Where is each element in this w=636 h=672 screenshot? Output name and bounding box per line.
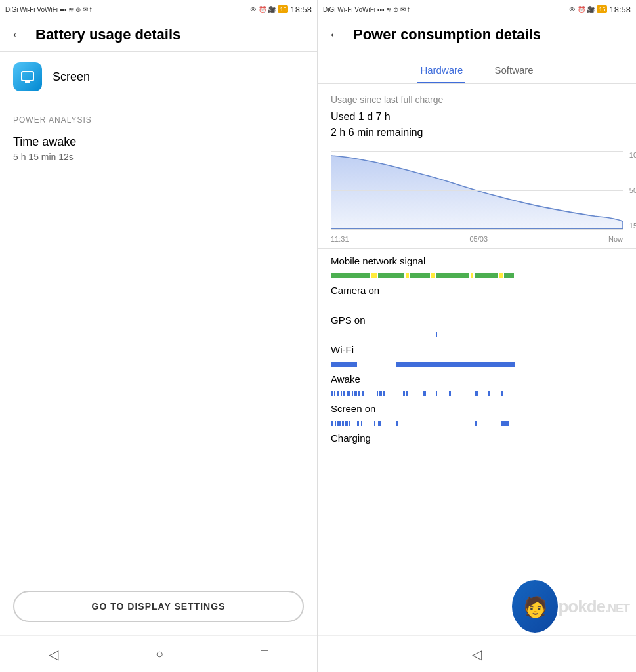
svg-rect-46: [374, 421, 375, 426]
hw-label-awake: Awake: [331, 373, 623, 385]
right-status-right: 👁 ⏰ 🎥 15 18:58: [569, 5, 631, 14]
svg-rect-8: [431, 273, 435, 278]
svg-rect-25: [358, 391, 360, 396]
screen-item: Screen: [0, 52, 317, 102]
hw-label-charging: Charging: [331, 432, 623, 444]
svg-rect-43: [349, 421, 350, 426]
svg-rect-36: [488, 391, 490, 396]
left-back-button[interactable]: ←: [11, 26, 25, 43]
gridline-top: [331, 151, 623, 152]
hw-label-gps: GPS on: [331, 314, 623, 326]
svg-rect-48: [396, 421, 398, 426]
right-back-button[interactable]: ←: [328, 26, 343, 43]
svg-rect-35: [475, 391, 478, 396]
right-misc-icons: 👁 ⏰ 🎥: [569, 6, 595, 13]
screen-on-bars: [331, 421, 623, 426]
nav-recents-icon[interactable]: □: [261, 646, 268, 662]
chart-y-labels: 100% 50% 15%: [629, 151, 636, 230]
y-label-15: 15%: [629, 222, 636, 230]
chart-x-labels: 11:31 05/03 Now: [318, 232, 636, 243]
left-nav-bar: ◁ ○ □: [0, 635, 317, 672]
awake-bars: [331, 391, 623, 396]
usage-remaining: 2 h 6 min remaining: [331, 125, 623, 140]
watermark-text: pokde.NET: [558, 597, 629, 617]
spacer: [0, 175, 317, 578]
tab-hardware[interactable]: Hardware: [417, 59, 465, 83]
status-left: DiGi Wi-Fi VoWiFi ▪▪▪ ≋ ⊙ ✉ f: [5, 6, 92, 13]
svg-rect-38: [331, 421, 333, 426]
hw-item-mobile-signal: Mobile network signal: [318, 249, 636, 278]
svg-rect-11: [475, 273, 498, 278]
gridline-mid: [331, 190, 623, 191]
screen-icon: [13, 62, 42, 91]
svg-rect-22: [347, 391, 350, 396]
x-label-end: Now: [608, 235, 623, 243]
mobile-signal-bars: [331, 273, 623, 278]
svg-rect-10: [471, 273, 473, 278]
power-analysis-header: POWER ANALYSIS: [0, 102, 317, 130]
hw-item-charging: Charging: [318, 426, 636, 455]
watermark-face: 🧑: [523, 595, 547, 618]
svg-rect-27: [377, 391, 378, 396]
left-status-bar: DiGi Wi-Fi VoWiFi ▪▪▪ ≋ ⊙ ✉ f 👁 ⏰ 🎥 15 1…: [0, 0, 317, 18]
svg-rect-14: [436, 332, 437, 337]
svg-rect-42: [345, 421, 348, 426]
svg-rect-24: [354, 391, 357, 396]
usage-used-time: Used 1 d 7 h: [331, 109, 623, 125]
nav-back-icon[interactable]: ◁: [49, 646, 58, 662]
svg-rect-20: [341, 391, 342, 396]
signal-icons: ▪▪▪ ≋ ⊙ ✉ f: [60, 6, 92, 13]
time-awake-title: Time awake: [13, 135, 304, 149]
left-page-header: ← Battery usage details: [0, 18, 317, 51]
right-battery-indicator: 15: [597, 5, 607, 13]
hw-label-wifi: Wi-Fi: [331, 344, 623, 355]
hw-bar-wifi: [331, 358, 623, 363]
svg-rect-16: [396, 362, 515, 367]
gps-bars: [331, 332, 623, 337]
svg-rect-40: [337, 421, 341, 426]
right-status-bar: DiGi Wi-Fi VoWiFi ▪▪▪ ≋ ⊙ ✉ f 👁 ⏰ 🎥 15 1…: [318, 0, 636, 18]
usage-section: Usage since last full charge Used 1 d 7 …: [318, 84, 636, 146]
tab-software[interactable]: Software: [492, 59, 536, 83]
battery-chart: 100% 50% 15%: [331, 151, 623, 230]
svg-rect-29: [383, 391, 385, 396]
svg-rect-50: [501, 421, 509, 426]
hw-bar-mobile-signal: [331, 269, 623, 274]
status-right: 👁 ⏰ 🎥 15 18:58: [250, 5, 312, 14]
svg-rect-23: [352, 391, 353, 396]
right-page-header: ← Power consumption details: [318, 18, 636, 51]
right-nav-bar: ◁: [318, 635, 636, 672]
svg-rect-45: [361, 421, 362, 426]
right-time: 18:58: [609, 5, 631, 14]
x-label-mid: 05/03: [469, 235, 488, 243]
hw-label-camera: Camera on: [331, 285, 623, 296]
nav-home-icon[interactable]: ○: [156, 646, 163, 662]
svg-rect-32: [423, 391, 426, 396]
svg-rect-15: [331, 362, 357, 367]
right-nav-back-icon[interactable]: ◁: [472, 646, 482, 662]
watermark-logo: 🧑: [512, 580, 558, 633]
left-page-title: Battery usage details: [35, 26, 180, 43]
hw-bar-camera: [331, 299, 623, 304]
svg-rect-44: [357, 421, 359, 426]
right-signal-icons: ▪▪▪ ≋ ⊙ ✉ f: [377, 6, 410, 13]
svg-rect-30: [403, 391, 405, 396]
svg-rect-39: [335, 421, 336, 426]
gridline-bot: [331, 229, 623, 230]
svg-rect-37: [501, 391, 503, 396]
svg-rect-9: [436, 273, 469, 278]
hw-bar-charging: [331, 446, 623, 452]
go-to-display-button[interactable]: GO TO DISPLAY SETTINGS: [13, 591, 304, 622]
svg-rect-47: [378, 421, 381, 426]
svg-rect-34: [449, 391, 451, 396]
svg-rect-7: [410, 273, 430, 278]
tabs-row: Hardware Software: [318, 51, 636, 84]
svg-rect-19: [337, 391, 339, 396]
right-carrier-text: DiGi Wi-Fi VoWiFi: [323, 6, 375, 13]
watermark: 🧑 pokde.NET: [512, 580, 629, 633]
y-label-50: 50%: [629, 186, 636, 194]
hw-item-screen-on: Screen on: [318, 396, 636, 426]
svg-rect-31: [406, 391, 408, 396]
hw-item-wifi: Wi-Fi: [318, 337, 636, 367]
time-awake-item: Time awake 5 h 15 min 12s: [0, 130, 317, 175]
